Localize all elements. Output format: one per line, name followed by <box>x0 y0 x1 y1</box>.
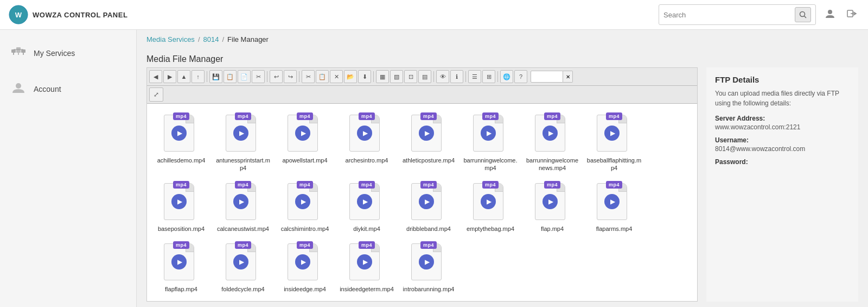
user-icon-button[interactable] <box>822 6 838 24</box>
toolbar-search-input[interactable] <box>531 71 563 83</box>
file-item[interactable]: ▶ mp4 achillesdemo.mp4 <box>151 110 211 177</box>
cut-btn[interactable]: ✂ <box>252 70 265 83</box>
file-page-icon: ▶ <box>288 243 318 280</box>
file-icon-container: ▶ mp4 <box>164 243 199 283</box>
open-btn[interactable]: 📂 <box>344 70 357 83</box>
toolbar-search-close-btn[interactable]: ✕ <box>563 71 573 83</box>
search-button[interactable] <box>795 7 811 22</box>
file-manager-panel: ◀ ▶ ▲ ↑ 💾 📋 📄 ✂ ↩ ↪ ✂ 📋 ✕ 📂 <box>137 67 868 307</box>
file-play-icon: ▶ <box>542 126 558 141</box>
file-item[interactable]: ▶ mp4 foldedcycle.mp4 <box>213 239 273 297</box>
help-btn[interactable]: ? <box>514 70 527 83</box>
up-btn[interactable]: ▲ <box>177 70 190 83</box>
file-item[interactable]: ▶ mp4 apowellstart.mp4 <box>275 110 335 177</box>
sidebar-item-my-services[interactable]: My Services <box>0 35 136 71</box>
file-item[interactable]: ▶ mp4 baseballflaphitting.mp4 <box>584 110 644 177</box>
reload-btn[interactable]: ↑ <box>192 70 205 83</box>
file-play-icon: ▶ <box>171 194 187 209</box>
view2-btn[interactable]: ▧ <box>390 70 403 83</box>
info-btn[interactable]: ℹ <box>450 70 463 83</box>
copy2-btn[interactable]: 📋 <box>224 70 237 83</box>
file-item[interactable]: ▶ mp4 insideedgeterm.mp4 <box>337 239 397 297</box>
file-page-icon: ▶ <box>288 183 318 220</box>
back-btn[interactable]: ◀ <box>149 70 162 83</box>
view3-btn[interactable]: ⊡ <box>404 70 417 83</box>
save-btn[interactable]: 💾 <box>209 70 222 83</box>
file-badge: mp4 <box>482 112 499 120</box>
preview-btn[interactable]: 👁 <box>436 70 449 83</box>
list-btn[interactable]: ☰ <box>468 70 481 83</box>
redo-btn[interactable]: ↪ <box>284 70 297 83</box>
file-item[interactable]: ▶ mp4 archesintro.mp4 <box>337 110 397 177</box>
sidebar-item-account[interactable]: Account <box>0 71 136 107</box>
tree-btn[interactable]: ⊞ <box>482 70 495 83</box>
file-item[interactable]: ▶ mp4 athleticposture.mp4 <box>399 110 458 177</box>
view4-btn[interactable]: ▤ <box>418 70 431 83</box>
download-btn[interactable]: ⬇ <box>358 70 371 83</box>
file-icon-container: ▶ mp4 <box>288 115 322 154</box>
breadcrumb-8014[interactable]: 8014 <box>203 35 219 43</box>
file-page-icon: ▶ <box>473 183 503 220</box>
delete-btn[interactable]: ✕ <box>330 70 343 83</box>
file-badge: mp4 <box>359 112 375 120</box>
file-item[interactable]: ▶ mp4 baseposition.mp4 <box>151 179 211 237</box>
header: W WOWZA CONTROL PANEL <box>0 0 868 30</box>
file-page-icon: ▶ <box>597 183 627 220</box>
file-play-icon: ▶ <box>419 126 434 141</box>
ftp-title: FTP Details <box>715 75 850 84</box>
new-file-btn[interactable]: 📄 <box>238 70 251 83</box>
file-name: diykit.mp4 <box>353 225 380 233</box>
file-item[interactable]: ▶ mp4 calcshimintro.mp4 <box>275 179 335 237</box>
breadcrumb-sep-2: / <box>222 35 224 43</box>
expand-btn[interactable]: ⤢ <box>149 87 163 102</box>
file-item[interactable]: ▶ mp4 antunessprintstart.mp4 <box>213 110 273 177</box>
file-name: flap.mp4 <box>541 225 564 233</box>
file-badge: mp4 <box>235 112 251 120</box>
file-badge: mp4 <box>297 112 313 120</box>
file-play-icon: ▶ <box>295 126 310 141</box>
forward-btn[interactable]: ▶ <box>163 70 176 83</box>
svg-rect-7 <box>11 49 16 53</box>
undo-btn[interactable]: ↩ <box>270 70 283 83</box>
file-item[interactable]: ▶ mp4 emptythebag.mp4 <box>461 179 520 237</box>
file-page-icon: ▶ <box>473 115 503 152</box>
logout-button[interactable] <box>844 6 859 24</box>
file-item[interactable]: ▶ mp4 introbarunning.mp4 <box>399 239 458 297</box>
sep3 <box>299 71 299 82</box>
file-page-icon: ▶ <box>597 115 627 152</box>
file-icon-container: ▶ mp4 <box>597 183 631 222</box>
file-item[interactable]: ▶ mp4 insideedge.mp4 <box>275 239 335 297</box>
file-badge: mp4 <box>606 181 622 189</box>
view1-btn[interactable]: ▦ <box>376 70 389 83</box>
file-page-icon: ▶ <box>535 183 565 220</box>
file-name: baseballflaphitting.mp4 <box>586 156 642 172</box>
file-item[interactable]: ▶ mp4 flaparms.mp4 <box>584 179 644 237</box>
file-badge: mp4 <box>297 181 313 189</box>
file-icon-container: ▶ mp4 <box>349 183 384 222</box>
file-item[interactable]: ▶ mp4 calcaneustwist.mp4 <box>213 179 273 237</box>
search-input[interactable] <box>663 11 793 19</box>
file-icon-container: ▶ mp4 <box>535 183 570 222</box>
file-play-icon: ▶ <box>295 194 310 209</box>
file-item[interactable]: ▶ mp4 flap.mp4 <box>522 179 582 237</box>
file-name: calcshimintro.mp4 <box>281 225 329 233</box>
file-play-icon: ▶ <box>604 194 620 209</box>
user-icon <box>825 8 835 19</box>
file-item[interactable]: ▶ mp4 flapflap.mp4 <box>151 239 211 297</box>
file-item[interactable]: ▶ mp4 barrunningwelcome.mp4 <box>461 110 520 177</box>
file-play-icon: ▶ <box>295 254 310 270</box>
file-name: flaparms.mp4 <box>596 225 633 233</box>
breadcrumb-media-services[interactable]: Media Services <box>146 35 195 43</box>
cut2-btn[interactable]: ✂ <box>302 70 315 83</box>
file-play-icon: ▶ <box>419 194 434 209</box>
file-manager-main: ◀ ▶ ▲ ↑ 💾 📋 📄 ✂ ↩ ↪ ✂ 📋 ✕ 📂 <box>146 67 698 302</box>
logo-icon: W <box>9 5 28 24</box>
file-item[interactable]: ▶ mp4 diykit.mp4 <box>337 179 397 237</box>
file-icon-container: ▶ mp4 <box>288 183 322 222</box>
copy3-btn[interactable]: 📋 <box>316 70 329 83</box>
file-item[interactable]: ▶ mp4 dribbleband.mp4 <box>399 179 458 237</box>
file-play-icon: ▶ <box>357 126 372 141</box>
globe-btn[interactable]: 🌐 <box>500 70 513 83</box>
file-play-icon: ▶ <box>481 194 496 209</box>
file-item[interactable]: ▶ mp4 barrunningwelcomenews.mp4 <box>522 110 582 177</box>
